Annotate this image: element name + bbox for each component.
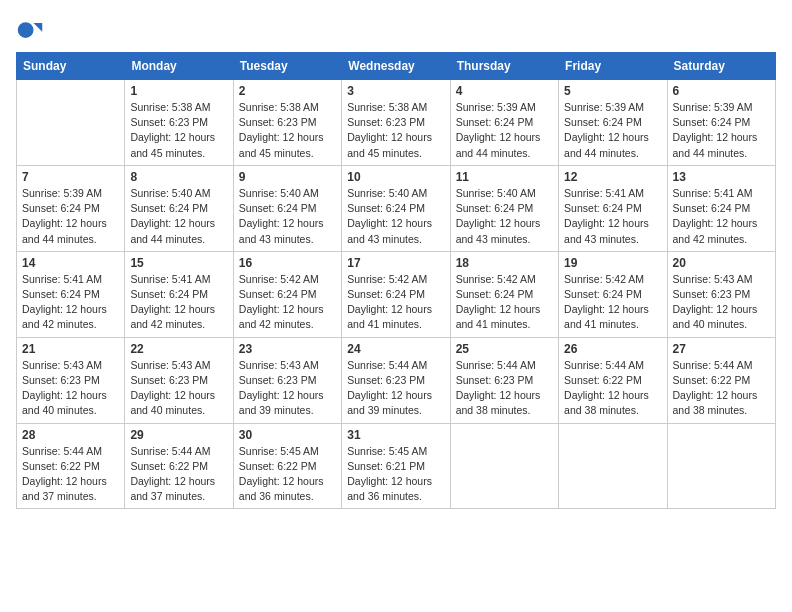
day-info: Sunrise: 5:39 AM Sunset: 6:24 PM Dayligh… — [564, 100, 661, 161]
day-info: Sunrise: 5:44 AM Sunset: 6:22 PM Dayligh… — [130, 444, 227, 505]
day-number: 12 — [564, 170, 661, 184]
calendar-cell — [559, 423, 667, 509]
day-info: Sunrise: 5:44 AM Sunset: 6:22 PM Dayligh… — [673, 358, 770, 419]
day-number: 27 — [673, 342, 770, 356]
day-number: 25 — [456, 342, 553, 356]
calendar-cell — [667, 423, 775, 509]
day-info: Sunrise: 5:40 AM Sunset: 6:24 PM Dayligh… — [456, 186, 553, 247]
day-info: Sunrise: 5:41 AM Sunset: 6:24 PM Dayligh… — [673, 186, 770, 247]
calendar-cell: 17Sunrise: 5:42 AM Sunset: 6:24 PM Dayli… — [342, 251, 450, 337]
day-header-monday: Monday — [125, 53, 233, 80]
calendar-header-row: SundayMondayTuesdayWednesdayThursdayFrid… — [17, 53, 776, 80]
calendar-cell: 15Sunrise: 5:41 AM Sunset: 6:24 PM Dayli… — [125, 251, 233, 337]
calendar-cell: 12Sunrise: 5:41 AM Sunset: 6:24 PM Dayli… — [559, 165, 667, 251]
day-info: Sunrise: 5:43 AM Sunset: 6:23 PM Dayligh… — [130, 358, 227, 419]
calendar-cell: 3Sunrise: 5:38 AM Sunset: 6:23 PM Daylig… — [342, 80, 450, 166]
day-number: 9 — [239, 170, 336, 184]
calendar-cell: 2Sunrise: 5:38 AM Sunset: 6:23 PM Daylig… — [233, 80, 341, 166]
day-number: 1 — [130, 84, 227, 98]
day-number: 8 — [130, 170, 227, 184]
day-number: 31 — [347, 428, 444, 442]
calendar-week-3: 14Sunrise: 5:41 AM Sunset: 6:24 PM Dayli… — [17, 251, 776, 337]
calendar-cell: 20Sunrise: 5:43 AM Sunset: 6:23 PM Dayli… — [667, 251, 775, 337]
day-info: Sunrise: 5:40 AM Sunset: 6:24 PM Dayligh… — [239, 186, 336, 247]
calendar-cell: 30Sunrise: 5:45 AM Sunset: 6:22 PM Dayli… — [233, 423, 341, 509]
day-number: 28 — [22, 428, 119, 442]
day-number: 2 — [239, 84, 336, 98]
day-info: Sunrise: 5:39 AM Sunset: 6:24 PM Dayligh… — [22, 186, 119, 247]
day-info: Sunrise: 5:42 AM Sunset: 6:24 PM Dayligh… — [456, 272, 553, 333]
day-info: Sunrise: 5:43 AM Sunset: 6:23 PM Dayligh… — [239, 358, 336, 419]
day-header-thursday: Thursday — [450, 53, 558, 80]
day-info: Sunrise: 5:43 AM Sunset: 6:23 PM Dayligh… — [22, 358, 119, 419]
svg-marker-1 — [34, 23, 43, 32]
calendar-cell — [17, 80, 125, 166]
day-number: 6 — [673, 84, 770, 98]
day-info: Sunrise: 5:40 AM Sunset: 6:24 PM Dayligh… — [347, 186, 444, 247]
svg-point-0 — [18, 22, 34, 38]
calendar-cell: 19Sunrise: 5:42 AM Sunset: 6:24 PM Dayli… — [559, 251, 667, 337]
day-info: Sunrise: 5:44 AM Sunset: 6:22 PM Dayligh… — [22, 444, 119, 505]
calendar-cell: 7Sunrise: 5:39 AM Sunset: 6:24 PM Daylig… — [17, 165, 125, 251]
calendar-cell: 8Sunrise: 5:40 AM Sunset: 6:24 PM Daylig… — [125, 165, 233, 251]
calendar-cell: 28Sunrise: 5:44 AM Sunset: 6:22 PM Dayli… — [17, 423, 125, 509]
calendar-cell: 18Sunrise: 5:42 AM Sunset: 6:24 PM Dayli… — [450, 251, 558, 337]
day-info: Sunrise: 5:40 AM Sunset: 6:24 PM Dayligh… — [130, 186, 227, 247]
day-info: Sunrise: 5:41 AM Sunset: 6:24 PM Dayligh… — [22, 272, 119, 333]
day-header-wednesday: Wednesday — [342, 53, 450, 80]
day-number: 5 — [564, 84, 661, 98]
day-info: Sunrise: 5:38 AM Sunset: 6:23 PM Dayligh… — [239, 100, 336, 161]
calendar-cell: 26Sunrise: 5:44 AM Sunset: 6:22 PM Dayli… — [559, 337, 667, 423]
day-info: Sunrise: 5:43 AM Sunset: 6:23 PM Dayligh… — [673, 272, 770, 333]
calendar-cell: 13Sunrise: 5:41 AM Sunset: 6:24 PM Dayli… — [667, 165, 775, 251]
day-number: 30 — [239, 428, 336, 442]
day-info: Sunrise: 5:44 AM Sunset: 6:22 PM Dayligh… — [564, 358, 661, 419]
day-info: Sunrise: 5:45 AM Sunset: 6:22 PM Dayligh… — [239, 444, 336, 505]
calendar-cell: 22Sunrise: 5:43 AM Sunset: 6:23 PM Dayli… — [125, 337, 233, 423]
day-number: 14 — [22, 256, 119, 270]
day-number: 18 — [456, 256, 553, 270]
calendar-cell — [450, 423, 558, 509]
day-number: 4 — [456, 84, 553, 98]
day-header-saturday: Saturday — [667, 53, 775, 80]
day-header-friday: Friday — [559, 53, 667, 80]
calendar-cell: 11Sunrise: 5:40 AM Sunset: 6:24 PM Dayli… — [450, 165, 558, 251]
calendar-week-1: 1Sunrise: 5:38 AM Sunset: 6:23 PM Daylig… — [17, 80, 776, 166]
day-info: Sunrise: 5:44 AM Sunset: 6:23 PM Dayligh… — [456, 358, 553, 419]
day-number: 26 — [564, 342, 661, 356]
calendar-week-2: 7Sunrise: 5:39 AM Sunset: 6:24 PM Daylig… — [17, 165, 776, 251]
day-number: 16 — [239, 256, 336, 270]
calendar-cell: 23Sunrise: 5:43 AM Sunset: 6:23 PM Dayli… — [233, 337, 341, 423]
calendar-week-4: 21Sunrise: 5:43 AM Sunset: 6:23 PM Dayli… — [17, 337, 776, 423]
calendar-cell: 24Sunrise: 5:44 AM Sunset: 6:23 PM Dayli… — [342, 337, 450, 423]
day-number: 21 — [22, 342, 119, 356]
calendar-cell: 4Sunrise: 5:39 AM Sunset: 6:24 PM Daylig… — [450, 80, 558, 166]
day-number: 3 — [347, 84, 444, 98]
calendar-cell: 31Sunrise: 5:45 AM Sunset: 6:21 PM Dayli… — [342, 423, 450, 509]
calendar-week-5: 28Sunrise: 5:44 AM Sunset: 6:22 PM Dayli… — [17, 423, 776, 509]
page-header — [16, 16, 776, 44]
day-info: Sunrise: 5:41 AM Sunset: 6:24 PM Dayligh… — [564, 186, 661, 247]
day-number: 15 — [130, 256, 227, 270]
calendar-cell: 14Sunrise: 5:41 AM Sunset: 6:24 PM Dayli… — [17, 251, 125, 337]
day-info: Sunrise: 5:41 AM Sunset: 6:24 PM Dayligh… — [130, 272, 227, 333]
calendar-cell: 29Sunrise: 5:44 AM Sunset: 6:22 PM Dayli… — [125, 423, 233, 509]
day-header-tuesday: Tuesday — [233, 53, 341, 80]
day-number: 17 — [347, 256, 444, 270]
logo — [16, 16, 48, 44]
calendar-cell: 16Sunrise: 5:42 AM Sunset: 6:24 PM Dayli… — [233, 251, 341, 337]
calendar-cell: 9Sunrise: 5:40 AM Sunset: 6:24 PM Daylig… — [233, 165, 341, 251]
day-number: 13 — [673, 170, 770, 184]
day-number: 11 — [456, 170, 553, 184]
calendar-cell: 10Sunrise: 5:40 AM Sunset: 6:24 PM Dayli… — [342, 165, 450, 251]
day-info: Sunrise: 5:38 AM Sunset: 6:23 PM Dayligh… — [347, 100, 444, 161]
day-header-sunday: Sunday — [17, 53, 125, 80]
calendar-table: SundayMondayTuesdayWednesdayThursdayFrid… — [16, 52, 776, 509]
day-number: 22 — [130, 342, 227, 356]
day-info: Sunrise: 5:39 AM Sunset: 6:24 PM Dayligh… — [456, 100, 553, 161]
logo-icon — [16, 16, 44, 44]
day-info: Sunrise: 5:42 AM Sunset: 6:24 PM Dayligh… — [347, 272, 444, 333]
day-number: 20 — [673, 256, 770, 270]
day-info: Sunrise: 5:39 AM Sunset: 6:24 PM Dayligh… — [673, 100, 770, 161]
day-info: Sunrise: 5:42 AM Sunset: 6:24 PM Dayligh… — [239, 272, 336, 333]
